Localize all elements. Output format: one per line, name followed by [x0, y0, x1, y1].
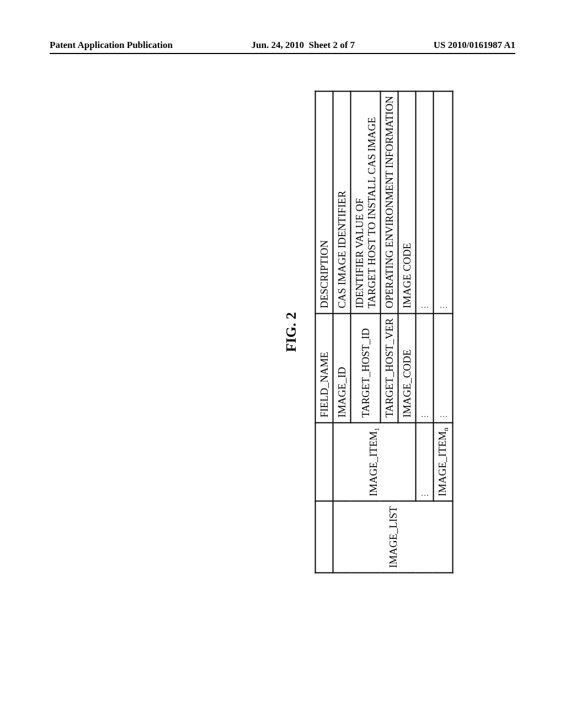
header-cell-blank1 [316, 501, 333, 573]
desc-cell: IDENTIFIER VALUE OF TARGET HOST TO INSTA… [351, 91, 381, 313]
header-cell-field: FIELD_NAME [316, 313, 333, 422]
ellipsis-cell: ... [415, 422, 433, 501]
table-row: IMAGE_ITEMn ... ... [433, 91, 453, 573]
desc-cell: OPERATING ENVIRONMENT INFORMATION [380, 91, 398, 313]
figure-content: FIG. 2 FIELD_NAME DESCRIPTION IMAGE_LIST… [94, 88, 471, 576]
image-item-n-cell: IMAGE_ITEMn [433, 422, 453, 501]
desc-cell: IMAGE CODE [398, 91, 415, 313]
page-header: Patent Application Publication Jun. 24, … [0, 40, 565, 51]
header-cell-desc: DESCRIPTION [316, 91, 333, 313]
field-cell: IMAGE_ID [333, 313, 351, 422]
image-list-cell: IMAGE_LIST [333, 501, 453, 573]
header-rule [50, 53, 515, 54]
table-row: IMAGE_LIST IMAGE_ITEM1 IMAGE_ID CAS IMAG… [333, 91, 351, 573]
ellipsis-cell: ... [433, 91, 453, 313]
table-header-row: FIELD_NAME DESCRIPTION [316, 91, 333, 573]
field-cell: TARGET_HOST_VER [380, 313, 398, 422]
data-structure-table: FIELD_NAME DESCRIPTION IMAGE_LIST IMAGE_… [315, 90, 454, 574]
header-left: Patent Application Publication [50, 40, 173, 51]
header-cell-blank2 [316, 422, 333, 501]
figure-label: FIG. 2 [283, 88, 300, 576]
table-row-ellipsis: ... ... ... [415, 91, 433, 573]
header-right: US 2010/0161987 A1 [434, 40, 515, 51]
image-item-1-cell: IMAGE_ITEM1 [333, 422, 416, 501]
field-cell: IMAGE_CODE [398, 313, 415, 422]
header-center: Jun. 24, 2010 Sheet 2 of 7 [252, 40, 355, 51]
ellipsis-cell: ... [415, 91, 433, 313]
desc-cell: CAS IMAGE IDENTIFIER [333, 91, 351, 313]
field-cell: TARGET_HOST_ID [351, 313, 381, 422]
ellipsis-cell: ... [415, 313, 433, 422]
ellipsis-cell: ... [433, 313, 453, 422]
